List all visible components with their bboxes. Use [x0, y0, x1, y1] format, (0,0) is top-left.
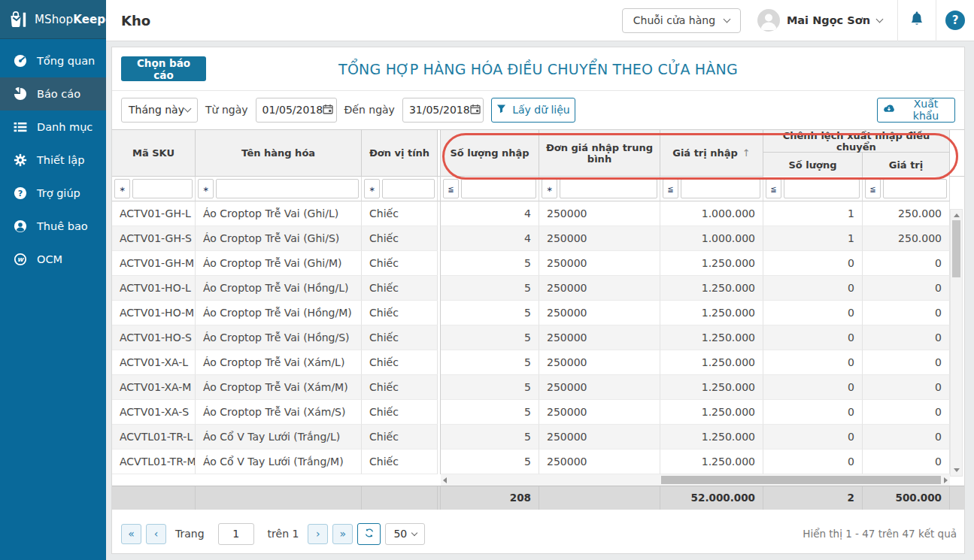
last-page-button[interactable]: » — [332, 524, 353, 544]
sidebar-item-danh-muc[interactable]: Danh mục — [0, 110, 106, 144]
filter-input-unit[interactable] — [382, 179, 435, 198]
cell-qty-in[interactable]: 5 — [441, 375, 539, 400]
filter-input-qty-in[interactable] — [461, 179, 536, 198]
table-row[interactable]: ACTV01-GH-LÁo Croptop Trễ Vai (Ghi/L)Chi… — [112, 201, 964, 226]
scroll-up-arrow-icon[interactable] — [954, 213, 960, 217]
filter-operator-button[interactable]: ≦ — [766, 179, 781, 198]
choose-report-button[interactable]: Chọn báo cáo — [121, 56, 206, 81]
sidebar-item-thiet-lap[interactable]: Thiết lập — [0, 144, 106, 177]
horizontal-scrollbar-thumb[interactable] — [661, 476, 941, 484]
period-select[interactable]: Tháng này — [121, 98, 198, 123]
page-label: Trang — [175, 528, 205, 540]
store-chain-selector[interactable]: Chuỗi cửa hàng — [622, 8, 741, 33]
summary-diff-qty: 2 — [763, 486, 863, 510]
filter-input-diff-value[interactable] — [883, 179, 947, 198]
cell-sku: ACTV01-XA-S — [112, 400, 196, 425]
cell-qty-in[interactable]: 5 — [441, 425, 539, 450]
column-header-value-in[interactable]: Giá trị nhập ↑ — [660, 130, 763, 177]
column-header-diff-qty[interactable]: Số lượng — [763, 153, 863, 177]
table-row[interactable]: ACTV01-GH-SÁo Croptop Trễ Vai (Ghi/S)Chi… — [112, 226, 964, 251]
cell-diff-value: 0 — [863, 400, 950, 425]
vertical-scrollbar[interactable] — [950, 209, 963, 477]
vertical-scrollbar-thumb[interactable] — [952, 220, 960, 277]
cell-qty-in[interactable]: 4 — [441, 201, 539, 226]
table-row[interactable]: ACTV01-XA-SÁo Croptop Trễ Vai (Xám/S)Chi… — [112, 400, 964, 425]
scroll-down-arrow-icon[interactable] — [954, 468, 960, 472]
filter-operator-button[interactable]: ≦ — [443, 179, 459, 198]
to-date-input[interactable]: 31/05/2018 — [402, 98, 484, 123]
gear-icon — [13, 153, 27, 168]
filter-operator-button[interactable]: ∗ — [542, 179, 557, 198]
cell-diff-qty: 0 — [763, 425, 863, 450]
filter-input-sku[interactable] — [132, 179, 193, 198]
filter-operator-button[interactable]: ∗ — [364, 179, 380, 198]
table-row[interactable]: ACVTL01-TR-MÁo Cổ V Tay Lưới (Trắng/M)Ch… — [112, 450, 964, 474]
column-header-unit[interactable]: Đơn vị tính — [362, 130, 438, 177]
notifications-button[interactable] — [898, 0, 936, 41]
to-date-label: Đến ngày — [344, 104, 395, 116]
help-button[interactable]: ? — [936, 0, 974, 41]
page-number-input[interactable] — [218, 523, 254, 545]
export-button[interactable]: Xuất khẩu — [877, 98, 955, 123]
cell-sku: ACTV01-GH-M — [112, 251, 196, 276]
sidebar-item-bao-cao[interactable]: Báo cáo — [0, 77, 106, 110]
cell-qty-in[interactable]: 5 — [441, 251, 539, 276]
column-group-header-diff[interactable]: Chênh lệch xuất nhập điều chuyển — [763, 130, 950, 153]
scroll-right-arrow-icon[interactable] — [944, 477, 948, 483]
sidebar-item-tro-giup[interactable]: ?Trợ giúp — [0, 177, 106, 210]
table-row[interactable]: ACTV01-GH-MÁo Croptop Trễ Vai (Ghi/M)Chi… — [112, 251, 964, 276]
table-row[interactable]: ACVTL01-TR-LÁo Cổ V Tay Lưới (Trắng/L)Ch… — [112, 425, 964, 450]
cell-qty-in[interactable]: 5 — [441, 450, 539, 474]
app-logo[interactable]: MShopKeeper — [0, 0, 106, 39]
cell-qty-in[interactable]: 5 — [441, 350, 539, 375]
table-row[interactable]: ACTV01-XA-MÁo Croptop Trễ Vai (Xám/M)Chi… — [112, 375, 964, 400]
help-icon: ? — [13, 186, 27, 201]
column-header-qty-in[interactable]: Số lượng nhập — [441, 130, 539, 177]
filter-input-diff-qty[interactable] — [784, 179, 860, 198]
first-page-button[interactable]: « — [121, 524, 141, 544]
sidebar-item-label: Báo cáo — [37, 88, 80, 100]
column-header-avg-price[interactable]: Đơn giá nhập trung bình — [539, 130, 660, 177]
cell-qty-in[interactable]: 4 — [441, 226, 539, 251]
filter-operator-button[interactable]: ≦ — [663, 179, 678, 198]
column-header-sku[interactable]: Mã SKU — [112, 130, 196, 177]
cell-value-in: 1.000.000 — [660, 226, 763, 251]
top-bar: Kho Chuỗi cửa hàng Mai Ngọc Sơn — [106, 0, 974, 41]
sidebar-item-thue-bao[interactable]: Thuê bao — [0, 210, 106, 243]
sidebar-item-tong-quan[interactable]: Tổng quan — [0, 44, 106, 77]
table-row[interactable]: ACTV01-XA-LÁo Croptop Trễ Vai (Xám/L)Chi… — [112, 350, 964, 375]
scroll-left-arrow-icon[interactable] — [443, 477, 447, 483]
filter-operator-button[interactable]: ≦ — [865, 179, 881, 198]
cell-name: Áo Croptop Trễ Vai (Hồng/L) — [196, 276, 362, 301]
cell-diff-qty: 0 — [763, 276, 863, 301]
cell-value-in: 1.250.000 — [660, 450, 763, 474]
sidebar-item-label: OCM — [37, 253, 62, 265]
user-menu[interactable]: Mai Ngọc Sơn — [757, 9, 882, 32]
horizontal-scrollbar[interactable] — [441, 474, 950, 486]
table-row[interactable]: ACTV01-HO-SÁo Croptop Trễ Vai (Hồng/S)Ch… — [112, 325, 964, 350]
refresh-button[interactable] — [357, 523, 381, 545]
from-date-input[interactable]: 01/05/2018 — [256, 98, 337, 123]
cell-sku: ACTV01-GH-L — [112, 201, 196, 226]
cell-qty-in[interactable]: 5 — [441, 301, 539, 325]
cell-diff-value: 0 — [863, 325, 950, 350]
cell-qty-in[interactable]: 5 — [441, 276, 539, 301]
next-page-button[interactable]: › — [308, 524, 328, 544]
table-row[interactable]: ACTV01-HO-LÁo Croptop Trễ Vai (Hồng/L)Ch… — [112, 276, 964, 301]
cell-unit: Chiếc — [362, 375, 438, 400]
sidebar-item-ocm[interactable]: wOCM — [0, 243, 106, 276]
filter-input-avg-price[interactable] — [560, 179, 657, 198]
get-data-button[interactable]: Lấy dữ liệu — [491, 98, 575, 123]
prev-page-button[interactable]: ‹ — [146, 524, 166, 544]
filter-operator-button[interactable]: ∗ — [198, 179, 214, 198]
page-size-select[interactable]: 50 — [385, 523, 425, 545]
column-header-name[interactable]: Tên hàng hóa — [196, 130, 362, 177]
filter-input-value-in[interactable] — [681, 179, 760, 198]
filter-input-name[interactable] — [216, 179, 359, 198]
table-row[interactable]: ACTV01-HO-MÁo Croptop Trễ Vai (Hồng/M)Ch… — [112, 301, 964, 325]
column-header-diff-value[interactable]: Giá trị — [863, 153, 950, 177]
cell-avg-price: 250000 — [539, 375, 660, 400]
cell-qty-in[interactable]: 5 — [441, 325, 539, 350]
cell-qty-in[interactable]: 5 — [441, 400, 539, 425]
filter-operator-button[interactable]: ∗ — [114, 179, 130, 198]
